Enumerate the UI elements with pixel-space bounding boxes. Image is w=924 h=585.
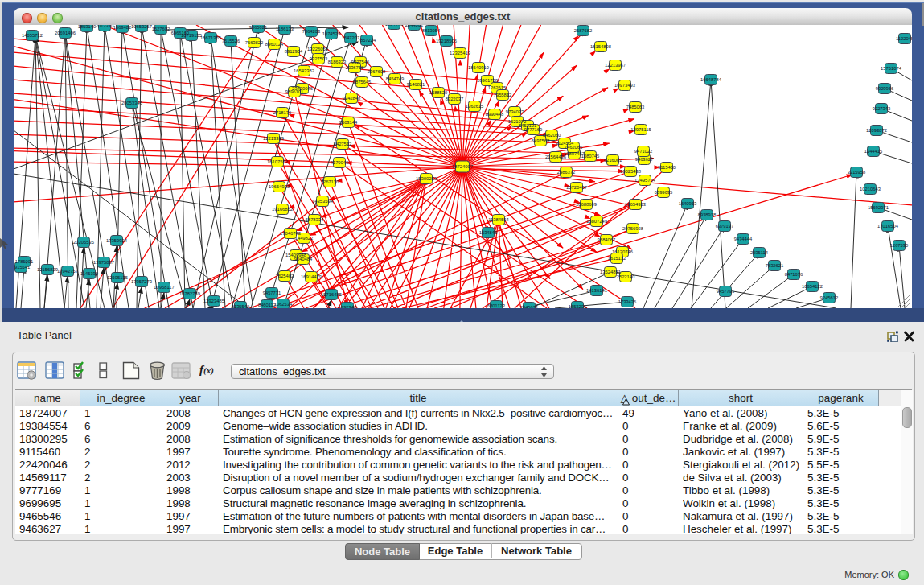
svg-text:20691406: 20691406: [55, 31, 76, 35]
svg-text:21564436: 21564436: [545, 154, 566, 159]
svg-text:9365021: 9365021: [249, 25, 268, 30]
svg-text:1362615: 1362615: [466, 104, 484, 109]
svg-text:8960124: 8960124: [265, 42, 284, 47]
svg-text:2036752: 2036752: [346, 65, 364, 70]
svg-text:9896101: 9896101: [285, 89, 304, 94]
svg-text:1588520: 1588520: [429, 90, 448, 95]
svg-text:16782759: 16782759: [179, 291, 200, 296]
svg-text:9462060: 9462060: [543, 133, 561, 138]
svg-text:9327503: 9327503: [310, 56, 328, 61]
svg-text:16671355: 16671355: [200, 35, 221, 40]
svg-text:1267530: 1267530: [890, 243, 909, 248]
svg-text:14055712: 14055712: [22, 33, 43, 38]
svg-text:8454749: 8454749: [386, 76, 405, 81]
svg-text:7857224: 7857224: [358, 38, 376, 43]
svg-text:19218506: 19218506: [436, 39, 457, 43]
svg-text:7663822: 7663822: [245, 40, 264, 45]
svg-text:16914479: 16914479: [301, 274, 322, 279]
svg-text:9734023: 9734023: [506, 109, 524, 114]
svg-text:16120746: 16120746: [612, 249, 633, 254]
svg-text:16961758: 16961758: [477, 78, 498, 83]
svg-text:9471022: 9471022: [634, 149, 653, 154]
svg-text:7625402: 7625402: [276, 274, 294, 278]
svg-text:4170040: 4170040: [331, 160, 349, 165]
svg-text:3267130: 3267130: [321, 179, 339, 184]
svg-text:17942757: 17942757: [57, 269, 78, 274]
svg-text:9040484: 9040484: [294, 257, 313, 262]
svg-text:2986372: 2986372: [557, 170, 576, 175]
svg-text:2522140: 2522140: [617, 274, 635, 279]
svg-text:1062534: 1062534: [274, 302, 293, 307]
svg-text:12923485: 12923485: [203, 299, 224, 303]
svg-text:3915541: 3915541: [14, 265, 30, 270]
svg-text:7864203: 7864203: [302, 29, 321, 34]
svg-text:20756928: 20756928: [622, 226, 643, 231]
svg-text:12975115: 12975115: [630, 127, 651, 132]
svg-text:1262615: 1262615: [488, 85, 507, 90]
svg-text:20053346: 20053346: [121, 101, 142, 105]
svg-text:5878334: 5878334: [306, 217, 324, 222]
svg-text:9457771: 9457771: [263, 290, 281, 295]
svg-text:17359924: 17359924: [106, 238, 128, 243]
svg-text:2013310: 2013310: [96, 25, 114, 28]
svg-text:2044862: 2044862: [405, 25, 424, 27]
svg-text:9457791: 9457791: [717, 289, 735, 294]
svg-text:1527602: 1527602: [152, 27, 170, 31]
svg-text:15751074: 15751074: [881, 66, 902, 71]
svg-text:6216001: 6216001: [604, 158, 622, 163]
svg-text:1080745: 1080745: [581, 154, 600, 159]
svg-text:8471676: 8471676: [785, 272, 803, 277]
svg-text:16648784: 16648784: [700, 77, 722, 82]
svg-text:16543382: 16543382: [294, 68, 314, 73]
svg-text:9777169: 9777169: [524, 127, 543, 132]
svg-text:19166852: 19166852: [272, 207, 293, 212]
svg-text:1615132: 1615132: [608, 256, 626, 261]
svg-text:20206535: 20206535: [73, 240, 94, 245]
svg-text:10973493: 10973493: [614, 83, 635, 88]
svg-text:7632621: 7632621: [766, 263, 784, 268]
svg-text:18807249: 18807249: [586, 219, 607, 224]
svg-text:1785001: 1785001: [15, 259, 34, 264]
svg-text:7462066: 7462066: [565, 145, 583, 150]
svg-text:1733426: 1733426: [618, 299, 637, 304]
svg-text:9115460: 9115460: [658, 165, 676, 170]
svg-text:12213369: 12213369: [263, 136, 284, 141]
svg-text:1145190: 1145190: [80, 271, 98, 276]
svg-text:10958117: 10958117: [154, 285, 174, 290]
svg-text:8990448: 8990448: [486, 112, 504, 117]
svg-text:12505135: 12505135: [107, 275, 128, 280]
svg-text:2967608: 2967608: [368, 69, 386, 74]
svg-text:9463627: 9463627: [635, 157, 654, 162]
svg-text:9227343: 9227343: [873, 106, 891, 111]
svg-text:7485063: 7485063: [626, 105, 645, 109]
svg-text:3215958: 3215958: [848, 170, 866, 175]
svg-text:12325419: 12325419: [450, 51, 470, 56]
svg-text:6497568: 6497568: [532, 138, 550, 143]
svg-text:1244415: 1244415: [864, 149, 883, 154]
svg-text:1122045: 1122045: [896, 36, 912, 41]
svg-text:8322037: 8322037: [446, 97, 464, 101]
svg-text:10719155: 10719155: [181, 33, 202, 38]
svg-text:3875645: 3875645: [353, 80, 372, 84]
svg-text:9135540: 9135540: [232, 304, 250, 308]
svg-text:12156829: 12156829: [37, 267, 58, 272]
svg-text:12093872: 12093872: [866, 128, 887, 133]
svg-text:8186323: 8186323: [328, 60, 347, 64]
svg-text:7515526: 7515526: [222, 39, 240, 43]
svg-text:17957273: 17957273: [131, 279, 152, 284]
svg-text:2935114: 2935114: [750, 250, 769, 255]
svg-text:8813054: 8813054: [422, 28, 441, 33]
svg-text:8938918: 8938918: [698, 212, 717, 217]
svg-text:10653267: 10653267: [131, 25, 152, 29]
svg-text:6379197: 6379197: [716, 224, 734, 229]
svg-text:17016504: 17016504: [877, 224, 899, 229]
svg-text:16107552: 16107552: [267, 159, 288, 164]
svg-text:1074529: 1074529: [322, 31, 341, 36]
svg-text:18640910: 18640910: [468, 65, 489, 70]
svg-text:9474444: 9474444: [734, 237, 753, 241]
svg-text:15716485: 15716485: [321, 292, 342, 297]
svg-text:13226058: 13226058: [307, 47, 328, 51]
svg-text:0899695: 0899695: [655, 190, 673, 195]
svg-text:1663482: 1663482: [113, 25, 132, 30]
svg-text:1186133: 1186133: [276, 27, 294, 31]
